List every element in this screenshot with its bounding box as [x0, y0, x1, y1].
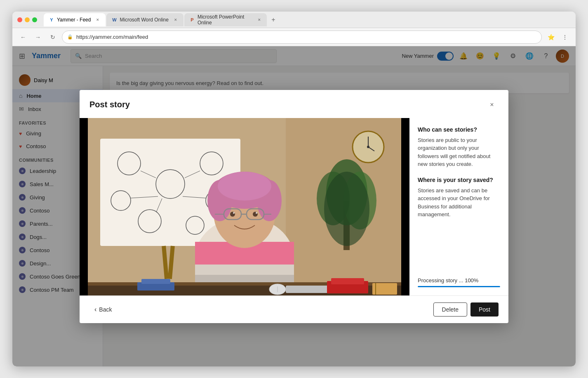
story-image: [88, 118, 401, 295]
tab-yammer-close[interactable]: ✕: [95, 17, 101, 23]
browser-menu-icon[interactable]: ⋮: [559, 31, 571, 43]
tab-yammer-label: Yammer - Feed: [57, 17, 91, 23]
post-button[interactable]: Post: [470, 302, 499, 317]
tab-powerpoint-close[interactable]: ✕: [257, 17, 262, 23]
modal-title: Post story: [89, 100, 130, 109]
svg-point-36: [218, 172, 271, 201]
address-bar[interactable]: 🔒 https://yammer.com/main/feed: [62, 31, 542, 44]
chevron-left-icon: ‹: [94, 306, 96, 313]
powerpoint-favicon: P: [189, 17, 195, 23]
toolbar-actions: ⭐ ⋮: [545, 31, 571, 43]
browser-window: Y Yammer - Feed ✕ W Microsoft Word Onlin…: [12, 12, 576, 366]
svg-rect-54: [331, 278, 364, 284]
where-saved-title: Where is your story saved?: [418, 177, 500, 183]
progress-bar-track: [418, 286, 500, 287]
svg-point-45: [256, 212, 257, 214]
tab-word-label: Microsoft Word Online: [120, 17, 168, 23]
new-tab-button[interactable]: +: [268, 14, 279, 26]
reload-button[interactable]: ↻: [47, 31, 59, 43]
story-preview: [80, 118, 409, 295]
yammer-favicon: Y: [49, 17, 54, 23]
browser-toolbar: ← → ↻ 🔒 https://yammer.com/main/feed ⭐ ⋮: [12, 28, 576, 46]
who-can-see-title: Who can see stories?: [418, 126, 500, 133]
modal-overlay[interactable]: Post story ×: [12, 46, 576, 366]
tab-powerpoint-label: Microsoft PowerPoint Online: [198, 14, 253, 26]
word-favicon: W: [111, 17, 117, 23]
app-content: ⊞ Yammer 🔍 Search New Yammer 🔔 😊 💡 ⚙ 🌐 ?…: [12, 46, 576, 366]
traffic-lights: [17, 17, 37, 22]
modal-info-panel: Who can see stories? Stories are public …: [409, 118, 508, 295]
maximize-window-button[interactable]: [32, 17, 37, 22]
post-story-modal: Post story ×: [80, 90, 508, 323]
modal-footer: ‹ Back Delete Post: [80, 295, 508, 323]
tab-yammer[interactable]: Y Yammer - Feed ✕: [44, 13, 106, 26]
svg-rect-58: [141, 279, 170, 284]
progress-label: Processing story ... 100%: [418, 277, 500, 284]
close-window-button[interactable]: [17, 17, 22, 22]
back-button-label: Back: [99, 306, 112, 313]
svg-point-44: [233, 212, 235, 214]
tab-word-close[interactable]: ✕: [173, 17, 179, 23]
minimize-window-button[interactable]: [25, 17, 30, 22]
url-display: https://yammer.com/main/feed: [76, 34, 148, 40]
tab-powerpoint[interactable]: P Microsoft PowerPoint Online ✕: [184, 13, 267, 26]
who-can-see-text: Stories are public to your organization …: [418, 136, 500, 168]
progress-bar-fill: [418, 286, 500, 287]
extensions-icon[interactable]: ⭐: [545, 31, 557, 43]
browser-titlebar: Y Yammer - Feed ✕ W Microsoft Word Onlin…: [12, 12, 576, 28]
tab-bar: Y Yammer - Feed ✕ W Microsoft Word Onlin…: [44, 13, 571, 26]
tab-word[interactable]: W Microsoft Word Online ✕: [106, 13, 183, 26]
progress-section: Processing story ... 100%: [418, 271, 500, 287]
modal-header: Post story ×: [80, 90, 508, 118]
where-saved-text: Stories are saved and can be accessed in…: [418, 187, 500, 219]
delete-button[interactable]: Delete: [433, 302, 467, 317]
back-button[interactable]: ‹ Back: [89, 302, 117, 317]
svg-point-25: [324, 172, 369, 246]
modal-body: Who can see stories? Stories are public …: [80, 118, 508, 295]
modal-close-button[interactable]: ×: [485, 98, 499, 111]
back-nav-button[interactable]: ←: [17, 31, 29, 43]
footer-buttons: Delete Post: [433, 302, 499, 317]
forward-nav-button[interactable]: →: [32, 31, 44, 43]
